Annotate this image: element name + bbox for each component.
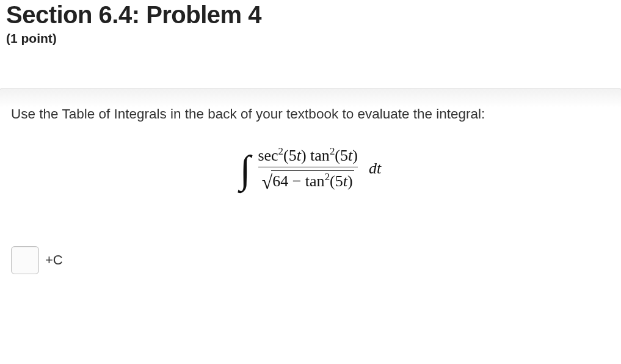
- integral-display: ∫ sec2(5t) tan2(5t) √ 64 − tan2(5t): [11, 147, 610, 191]
- denominator: √ 64 − tan2(5t): [258, 167, 358, 191]
- radicand: 64 − tan2(5t): [271, 170, 354, 191]
- sec-func: sec: [258, 147, 278, 164]
- tan-func: tan: [310, 147, 330, 164]
- constant-64: 64: [272, 172, 288, 190]
- radical-symbol: √: [262, 172, 273, 192]
- plus-c-label: +C: [45, 252, 63, 268]
- problem-container: Use the Table of Integrals in the back o…: [0, 89, 621, 286]
- square-root: √ 64 − tan2(5t): [262, 170, 354, 191]
- den-tan-arg: (5t): [330, 172, 353, 190]
- minus-sign: −: [288, 172, 305, 190]
- fraction: sec2(5t) tan2(5t) √ 64 − tan2(5t): [254, 147, 361, 191]
- answer-row: +C: [11, 246, 610, 274]
- page-title: Section 6.4: Problem 4: [6, 1, 615, 29]
- answer-input[interactable]: [11, 246, 39, 274]
- integral-symbol: ∫: [240, 150, 251, 189]
- den-tan-exp: 2: [325, 171, 330, 183]
- sec-exp: 2: [278, 145, 283, 157]
- den-tan-func: tan: [305, 172, 325, 190]
- numerator: sec2(5t) tan2(5t): [254, 147, 361, 167]
- tan-arg: (5t): [335, 147, 358, 164]
- instruction-text: Use the Table of Integrals in the back o…: [11, 106, 610, 122]
- sec-arg: (5t): [283, 147, 307, 164]
- points-label: (1 point): [6, 31, 615, 46]
- differential: dt: [369, 159, 381, 178]
